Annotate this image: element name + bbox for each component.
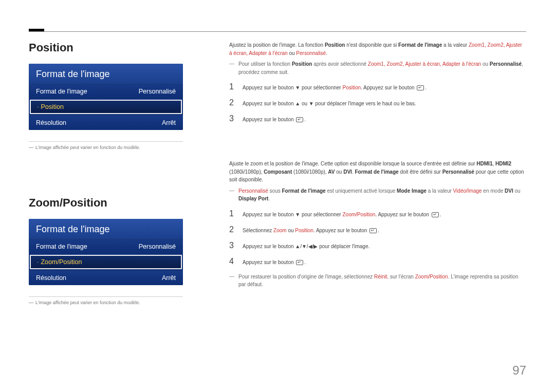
t: sous bbox=[268, 188, 282, 194]
t: . bbox=[268, 196, 270, 201]
section1-title: Position bbox=[29, 41, 183, 54]
t: a la valeur bbox=[427, 188, 453, 194]
t: n'est disponible que si bbox=[345, 42, 398, 48]
s1-step2: 2 Appuyez sur le bouton ▲ ou ▼ pour dépl… bbox=[229, 98, 526, 108]
note1: ―L'image affichée peut varier en fonctio… bbox=[29, 141, 183, 150]
t: Ajustez la position de l'image. La fonct… bbox=[229, 42, 325, 48]
note2: ―L'image affichée peut varier en fonctio… bbox=[29, 296, 183, 305]
step-text: Appuyez sur le bouton ▲ ou ▼ pour déplac… bbox=[243, 100, 526, 108]
t: Composant bbox=[264, 169, 292, 175]
t: Personnalisé bbox=[296, 50, 326, 56]
menu2-row1-label: Zoom/Position bbox=[41, 258, 82, 266]
s2-tip1: Personnalisé sous Format de l'image est … bbox=[229, 187, 526, 203]
menu2-row-format[interactable]: Format de l'image Personnalisé bbox=[29, 239, 183, 254]
s2-tip2: Pour restaurer la position d'origine de … bbox=[229, 273, 526, 289]
t: HDMI2 bbox=[495, 161, 511, 166]
t: . bbox=[304, 259, 306, 265]
menu-box-2: Format de l'image Format de l'image Pers… bbox=[29, 219, 183, 285]
t: est uniquement activé lorsque bbox=[326, 188, 397, 194]
t: Personnalisé bbox=[490, 61, 522, 67]
t: Sélectionnez bbox=[243, 228, 273, 233]
t: Vidéo/Image bbox=[453, 188, 482, 194]
s2-step3: 3 Appuyez sur le bouton ▲/▼/◀/▶ pour dép… bbox=[229, 241, 526, 251]
enter-icon bbox=[369, 228, 377, 233]
note1-text: L'image affichée peut varier en fonction… bbox=[35, 145, 140, 150]
t: . bbox=[378, 228, 379, 233]
menu2-row0-value: Personnalisé bbox=[139, 243, 176, 250]
t: Format de l'image bbox=[282, 188, 326, 194]
t: . Appuyez sur le bouton bbox=[375, 212, 430, 217]
t: Zoom1, Zoom2, Ajuster à écran, Adapter à… bbox=[368, 61, 481, 67]
t: sur l'écran bbox=[388, 274, 415, 279]
s2-step4: 4 Appuyez sur le bouton . bbox=[229, 257, 526, 267]
s1-intro: Ajustez la position de l'image. La fonct… bbox=[229, 41, 526, 57]
s2-step2: 2 Sélectionnez Zoom ou Position. Appuyez… bbox=[229, 225, 526, 235]
note2-text: L'image affichée peut varier en fonction… bbox=[35, 300, 140, 305]
t: Format de l'image bbox=[398, 42, 442, 48]
t: . bbox=[326, 50, 327, 56]
t: DVI bbox=[343, 169, 352, 175]
menu1-row-resolution[interactable]: Résolution Arrêt bbox=[29, 115, 183, 130]
enter-icon bbox=[296, 117, 303, 122]
s1-step1: 1 Appuyez sur le bouton ▼ pour sélection… bbox=[229, 82, 526, 92]
t: ou bbox=[335, 169, 344, 175]
menu1-row0-label: Format de l'image bbox=[36, 88, 87, 95]
menu1-row0-value: Personnalisé bbox=[139, 88, 176, 95]
enter-icon bbox=[432, 212, 439, 217]
t: Personnalisé bbox=[442, 169, 474, 175]
right-column: Ajustez la position de l'image. La fonct… bbox=[229, 41, 526, 304]
section1-body: Ajustez la position de l'image. La fonct… bbox=[229, 41, 526, 124]
t: Position bbox=[325, 42, 345, 48]
menu2-row2-value: Arrêt bbox=[162, 274, 176, 282]
step-text: Appuyez sur le bouton . bbox=[243, 116, 526, 124]
t: AV bbox=[328, 169, 335, 175]
t: Pour restaurer la position d'origine de … bbox=[238, 274, 374, 279]
step-number: 1 bbox=[229, 209, 235, 218]
menu1-row-format[interactable]: Format de l'image Personnalisé bbox=[29, 84, 183, 99]
step-number: 3 bbox=[229, 241, 235, 250]
t: HDMI1 bbox=[476, 161, 492, 166]
t: en mode bbox=[482, 188, 505, 194]
t: Position bbox=[292, 61, 312, 67]
menu1-row-position[interactable]: ·Position bbox=[30, 100, 182, 114]
t: . bbox=[440, 212, 441, 217]
t: Mode Image bbox=[397, 188, 427, 194]
enter-icon bbox=[296, 260, 303, 265]
t: doit être défini sur bbox=[399, 169, 442, 175]
s2-intro: Ajuste le zoom et la position de l'image… bbox=[229, 160, 526, 184]
menu1-header: Format de l'image bbox=[29, 64, 183, 84]
menu2-row2-label: Résolution bbox=[36, 274, 66, 282]
t: Réinit. bbox=[374, 274, 388, 279]
bullet-icon: · bbox=[37, 103, 39, 110]
t: Appuyez sur le bouton bbox=[243, 259, 295, 265]
menu-box-1: Format de l'image Format de l'image Pers… bbox=[29, 64, 183, 130]
menu1-row2-value: Arrêt bbox=[162, 119, 176, 126]
enter-icon bbox=[417, 85, 424, 90]
t: Position bbox=[295, 228, 313, 233]
t: Format de l'image bbox=[355, 169, 398, 175]
t: Zoom/Position bbox=[415, 274, 448, 279]
menu1-row2-label: Résolution bbox=[36, 119, 66, 126]
t: . bbox=[304, 117, 306, 122]
t: Appuyez sur le bouton ▼ pour sélectionne… bbox=[243, 212, 342, 217]
step-text: Sélectionnez Zoom ou Position. Appuyez s… bbox=[243, 227, 526, 235]
t: Ajuste le zoom et la position de l'image… bbox=[229, 161, 476, 166]
step-number: 1 bbox=[229, 82, 235, 91]
step-text: Appuyez sur le bouton ▲/▼/◀/▶ pour dépla… bbox=[243, 242, 526, 251]
step-text: Appuyez sur le bouton ▼ pour sélectionne… bbox=[243, 84, 526, 92]
t: ou bbox=[288, 50, 297, 56]
menu2-row-resolution[interactable]: Résolution Arrêt bbox=[29, 270, 183, 285]
t: . Appuyez sur le bouton bbox=[313, 228, 368, 233]
step-text: Appuyez sur le bouton . bbox=[243, 258, 526, 267]
s1-tip: Pour utiliser la fonction Position après… bbox=[229, 60, 526, 76]
t: a la valeur bbox=[442, 42, 469, 48]
section2-body: Ajuste le zoom et la position de l'image… bbox=[229, 160, 526, 289]
menu2-row0-label: Format de l'image bbox=[36, 243, 87, 250]
page-number: 97 bbox=[512, 363, 526, 378]
t: Personnalisé bbox=[238, 188, 268, 194]
bullet-icon: · bbox=[37, 258, 39, 266]
t: Zoom bbox=[273, 228, 287, 233]
step-text: Appuyez sur le bouton ▼ pour sélectionne… bbox=[243, 211, 526, 219]
t: ou bbox=[513, 188, 521, 194]
menu2-row-zoomposition[interactable]: ·Zoom/Position bbox=[30, 255, 182, 269]
